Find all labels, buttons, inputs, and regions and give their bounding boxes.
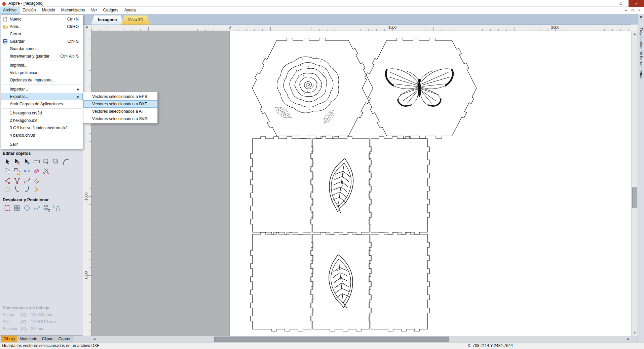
align-circle-tool-icon[interactable] [23, 204, 31, 212]
submenu-item-svg[interactable]: Vectores seleccionados a SVG [83, 115, 157, 123]
vscroll-thumb[interactable] [632, 187, 637, 208]
extend-tool-icon[interactable] [33, 185, 41, 193]
edit-tools-row-2 [3, 167, 50, 175]
scissors-tool-icon[interactable] [42, 167, 50, 175]
path-array-tool-icon[interactable] [33, 204, 41, 212]
status-bar: Guarda los vectores seleccionados en un … [0, 342, 644, 349]
dim-xy-tool-icon[interactable] [52, 158, 60, 165]
horizontal-scrollbar[interactable]: ◀ ▶ [91, 336, 631, 342]
doc-minimize-icon[interactable]: – [622, 8, 629, 12]
close-button[interactable]: × [629, 0, 644, 7]
submenu-arrow-icon: ▶ [77, 88, 83, 91]
vertical-scrollbar[interactable]: ▲ ▼ [631, 31, 638, 336]
menu-modelo[interactable]: Modelo [39, 7, 58, 14]
menu-item-exportar[interactable]: Exportar... ▶ [1, 93, 83, 100]
dim-x-tool-icon[interactable]: X [42, 158, 50, 165]
menubar: Archivo Edición Modelo Mecanizados Ver G… [0, 7, 644, 14]
offset-tool-icon[interactable] [33, 177, 41, 184]
vector-drawing: .cut{fill:none;stroke:#141414;stroke-wid… [91, 31, 631, 336]
doc-restore-icon[interactable]: □ [629, 8, 636, 12]
move-position-title: Desplazar y Posicionar [3, 198, 49, 202]
curve-tool-icon[interactable] [23, 177, 31, 184]
menu-mecanizados[interactable]: Mecanizados [58, 7, 88, 14]
menu-item-importar[interactable]: Importar... ▶ [1, 85, 83, 93]
menu-item-recent-2[interactable]: 2 hexagono.dxf [1, 117, 83, 124]
scroll-left-icon[interactable]: ◀ [91, 336, 97, 342]
menu-item-opciones-impresora[interactable]: Opciones de impresora... [1, 76, 83, 84]
scroll-right-icon[interactable]: ▶ [626, 336, 631, 342]
join-close-tool-icon[interactable] [23, 185, 31, 193]
submenu-arrow-icon: ▶ [77, 95, 83, 98]
measure-tool-icon[interactable] [33, 158, 41, 165]
tab-hexagono[interactable]: hexagono [91, 15, 124, 25]
file-menu-dropdown: Nuevo Ctrl+N Abrir... Ctrl+O Cerrar Guar… [1, 14, 83, 149]
submenu-item-eps[interactable]: Vectores seleccionados a EPS [83, 93, 157, 100]
group-tool-icon[interactable] [13, 167, 21, 175]
menu-gadgets[interactable]: Gadgets [100, 7, 121, 14]
menu-item-recent-4[interactable]: 4 banco.crv3d [1, 132, 83, 139]
fillet-tool-icon[interactable] [62, 158, 70, 165]
edit-tools-row-3 [3, 177, 41, 184]
polyline-tool-icon[interactable] [13, 177, 21, 184]
scroll-corner-right [631, 336, 638, 342]
menu-item-abrir-carpeta[interactable]: Abrir Carpeta de Aplicaciones... [1, 100, 83, 108]
minimize-button[interactable]: – [598, 0, 613, 7]
shapes-tool-icon[interactable] [3, 167, 11, 175]
menu-item-salir[interactable]: Salir [1, 141, 83, 148]
panel-tab-bar: Dibujo Modelado Clipart Capas [0, 335, 83, 342]
move-tool-icon[interactable] [23, 158, 31, 165]
submenu-item-ai[interactable]: Vectores seleccionados a AI [83, 108, 157, 115]
menu-ver[interactable]: Ver [88, 7, 100, 14]
ruler-origin-box[interactable] [83, 25, 91, 31]
tab-clipart[interactable]: Clipart [39, 336, 59, 343]
node-edit-tool-icon[interactable] [13, 158, 21, 165]
pin-icon [639, 15, 643, 20]
menu-item-guardar-como[interactable]: Guardar como... [1, 45, 83, 53]
menu-separator [2, 140, 82, 140]
maximize-button[interactable]: □ [613, 0, 629, 7]
vertical-ruler[interactable]: 1500 1000 [83, 31, 91, 336]
scroll-down-icon[interactable]: ▼ [632, 330, 638, 336]
menu-separator [2, 61, 82, 61]
doc-close-icon[interactable]: × [636, 8, 643, 12]
drawing-canvas[interactable]: .cut{fill:none;stroke:#141414;stroke-wid… [91, 31, 631, 336]
job-width-row: Ancho (X): 1357.05 mm [3, 312, 55, 317]
menu-separator [2, 108, 82, 109]
tab-modelado[interactable]: Modelado [17, 336, 42, 343]
menu-item-abrir[interactable]: Abrir... Ctrl+O [1, 23, 83, 30]
menu-item-vista-preliminar[interactable]: Vista preliminar [1, 69, 83, 76]
tab-capas[interactable]: Capas [55, 336, 75, 343]
scroll-up-icon[interactable]: ▲ [632, 31, 638, 37]
align-sel-tool-icon[interactable] [3, 204, 11, 212]
menu-item-recent-3[interactable]: 3 C:\Users\...\dodecahedron.dxf [1, 124, 83, 132]
menu-item-imprimir[interactable]: Imprimir... [1, 62, 83, 69]
erase-tool-icon[interactable] [33, 167, 41, 175]
menu-item-cerrar[interactable]: Cerrar [1, 30, 83, 38]
mirror-tool-icon[interactable] [23, 167, 31, 175]
arc-tool-icon[interactable] [3, 177, 11, 184]
menu-item-recent-1[interactable]: 1 hexagono.crv3d [1, 109, 83, 117]
submenu-item-dxf[interactable]: Vectores seleccionados a DXF [83, 100, 157, 108]
hruler-label-2000: 2000 [551, 25, 559, 29]
menu-item-guardar[interactable]: Guardar Ctrl+S [1, 38, 83, 45]
save-icon [1, 39, 10, 44]
nest-tool-icon[interactable] [52, 204, 60, 212]
lasso-tool-icon[interactable] [3, 185, 11, 193]
horizontal-ruler[interactable]: 0 1000 2000 [91, 25, 631, 31]
block-array-tool-icon[interactable] [42, 204, 50, 212]
select-tool-icon[interactable] [3, 158, 11, 165]
toolpaths-panel-strip[interactable]: Trayectorias de herramientas [638, 14, 644, 342]
hscroll-thumb[interactable] [214, 337, 449, 342]
tab-dibujo[interactable]: Dibujo [1, 336, 20, 343]
open-folder-icon [1, 24, 10, 29]
scroll-corner-left [83, 336, 91, 342]
toolpaths-panel-title: Trayectorias de herramientas [639, 28, 643, 79]
join-open-tool-icon[interactable] [13, 185, 21, 193]
menu-edicion[interactable]: Edición [20, 7, 39, 14]
menu-item-incrementar-guardar[interactable]: Incrementar y guardar Ctrl+Alt+S [1, 53, 83, 60]
menu-item-nuevo[interactable]: Nuevo Ctrl+N [1, 15, 83, 23]
tab-vista-3d[interactable]: Vista 3D [121, 15, 150, 25]
menu-archivo[interactable]: Archivo [0, 7, 20, 14]
align-grid-tool-icon[interactable] [13, 204, 21, 212]
menu-ayuda[interactable]: Ayuda [121, 7, 139, 14]
